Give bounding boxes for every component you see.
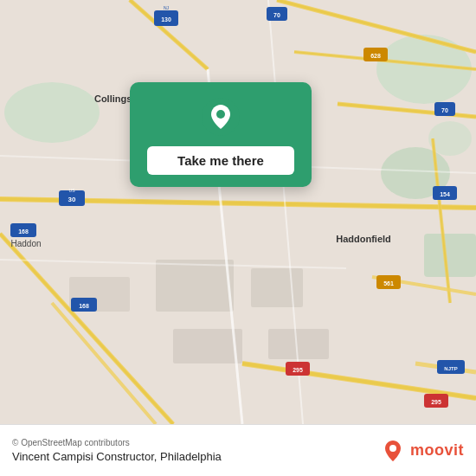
svg-text:295: 295 xyxy=(293,367,303,373)
svg-text:295: 295 xyxy=(431,399,441,405)
svg-rect-6 xyxy=(156,260,234,312)
bottom-bar: © OpenStreetMap contributors Vincent Cam… xyxy=(0,424,476,476)
map-svg: 130 NJ 70 628 70 168 US 30 154 168 295 5… xyxy=(0,0,476,424)
svg-text:30: 30 xyxy=(68,196,76,203)
svg-rect-9 xyxy=(173,329,242,363)
svg-point-64 xyxy=(216,110,225,119)
moovit-logo: moovit xyxy=(381,439,464,463)
svg-text:Haddonfield: Haddonfield xyxy=(336,234,391,244)
svg-text:130: 130 xyxy=(161,16,171,23)
svg-text:US: US xyxy=(69,188,76,193)
bottom-left: © OpenStreetMap contributors Vincent Cam… xyxy=(12,438,222,463)
svg-rect-4 xyxy=(424,234,476,277)
svg-rect-10 xyxy=(268,329,329,359)
pin-icon xyxy=(202,98,240,136)
svg-text:70: 70 xyxy=(441,107,448,113)
svg-text:Haddon: Haddon xyxy=(10,239,41,248)
take-me-there-button[interactable]: Take me there xyxy=(147,146,294,175)
svg-text:561: 561 xyxy=(383,280,394,286)
svg-text:154: 154 xyxy=(440,191,450,197)
svg-text:NJ: NJ xyxy=(164,5,170,10)
svg-text:NJTP: NJTP xyxy=(444,366,457,371)
svg-point-1 xyxy=(4,82,100,143)
svg-text:168: 168 xyxy=(18,228,29,235)
map-area: 130 NJ 70 628 70 168 US 30 154 168 295 5… xyxy=(0,0,476,424)
moovit-brand-text: moovit xyxy=(410,441,464,460)
copyright-text: © OpenStreetMap contributors xyxy=(12,438,222,447)
location-card: Take me there xyxy=(130,82,312,187)
svg-text:70: 70 xyxy=(273,12,280,18)
location-name: Vincent Campisi Constructor, Philadelphi… xyxy=(12,450,222,463)
moovit-pin-icon xyxy=(381,439,405,463)
svg-point-65 xyxy=(389,445,396,452)
svg-rect-7 xyxy=(251,268,303,307)
svg-text:628: 628 xyxy=(370,53,381,59)
svg-text:168: 168 xyxy=(79,303,89,309)
